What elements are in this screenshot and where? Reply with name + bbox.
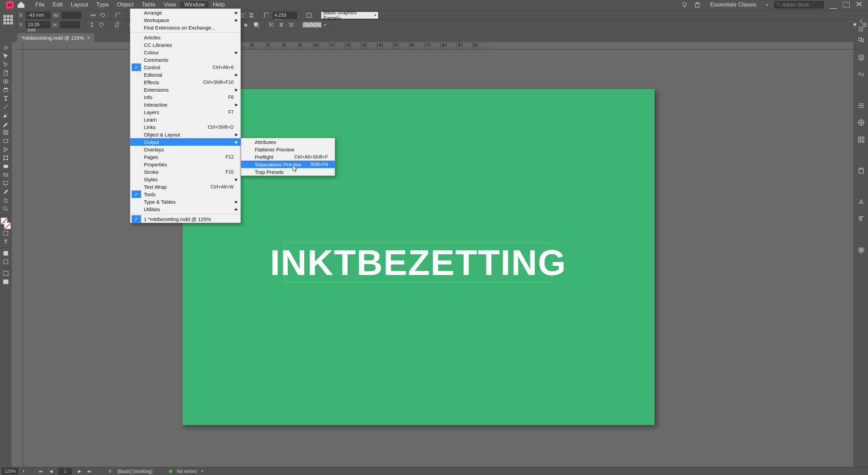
menu-help[interactable]: Help [209,1,229,8]
preflight-errors[interactable]: No errors [177,469,197,474]
layers-panel-icon[interactable] [857,53,866,62]
content-collector-tool[interactable] [1,86,11,94]
submenu-item-attributes[interactable]: Attributes [241,138,335,146]
gradient-feather-tool[interactable] [1,171,11,179]
corner-options-icon[interactable] [263,12,270,18]
window-close-icon[interactable] [856,1,863,8]
window-maximize-icon[interactable] [843,2,850,7]
menu-item-control[interactable]: ✓ControlCtrl+Alt+6 [130,63,240,71]
workspace-caret[interactable]: ▾ [766,3,768,7]
menu-item-links[interactable]: LinksCtrl+Shift+D [130,123,240,131]
object-style-dropdown[interactable]: [Basic Graphics Frame]+ ▾ [321,12,379,19]
ruler-origin[interactable] [17,42,23,50]
fill-stroke-swatches[interactable] [1,218,11,229]
menu-item-effects[interactable]: EffectsCtrl+Shift+F10 [130,78,240,86]
scissors-tool[interactable] [1,145,11,153]
apply-color-icon[interactable] [1,249,11,257]
line-tool[interactable] [1,103,11,111]
preflight-preset[interactable]: [Basic] (working) [117,469,152,474]
chevron-down-icon[interactable]: ▾ [201,469,203,473]
zoom-tool[interactable] [1,205,11,213]
h-field[interactable] [60,21,80,28]
menu-view[interactable]: View [159,1,180,8]
page-tool[interactable] [1,69,11,77]
submenu-item-separations-preview[interactable]: Separations PreviewShift+F6 [241,161,335,168]
apply-gradient-icon[interactable] [1,258,11,266]
drop-shadow-icon[interactable] [253,22,260,28]
last-page-icon[interactable]: ⏭ [87,469,92,474]
menu-item-interactive[interactable]: Interactive▶ [130,101,240,108]
menu-item-colour[interactable]: Colour▶ [130,49,240,56]
window-minimize-icon[interactable] [830,3,837,9]
submenu-item-preflight[interactable]: PreflightCtrl+Alt+Shift+F [241,153,335,161]
eyedropper-tool[interactable] [1,188,11,196]
para-styles-panel-icon[interactable] [857,215,866,223]
view-mode-preview-icon[interactable] [1,278,11,286]
menu-item-text-wrap[interactable]: Text WrapCtrl+Alt+W [130,183,240,190]
menu-window[interactable]: Window [180,1,209,8]
bulb-icon[interactable] [681,1,688,8]
menu-item-articles[interactable]: Articles [130,34,240,41]
menu-item-styles[interactable]: Styles▶ [130,176,240,183]
menu-item-arrange[interactable]: Arrange▶ [130,9,240,16]
free-transform-tool[interactable] [1,154,11,162]
collapse-dock-icon[interactable] [857,18,864,26]
gradient-swatch-tool[interactable] [1,162,11,170]
page-number-field[interactable]: 1 [58,468,72,474]
menu-item-stroke[interactable]: StrokeF10 [130,168,240,176]
format-container-icon[interactable] [1,229,11,237]
rectangle-tool[interactable] [1,137,11,145]
open-panel-icon[interactable]: ⎘ [107,469,113,474]
menu-object[interactable]: Object [113,1,138,8]
submenu-item-trap-presets[interactable]: Trap Presets [241,168,335,176]
view-mode-normal-icon[interactable] [1,269,11,277]
workspace-switcher[interactable]: Essentials Classic [707,1,760,8]
flip-v-icon[interactable] [89,22,95,28]
corner-radius-icon[interactable] [115,12,121,18]
text-frame[interactable]: INKTBEZETTING [284,242,552,282]
format-text-icon[interactable] [1,238,11,246]
zoom-field[interactable]: 125% [2,468,18,474]
text-wrap-icon-2[interactable] [248,12,255,18]
transparency-preview[interactable] [303,22,322,28]
menu-item-learn[interactable]: Learn [130,116,240,123]
vertical-ruler[interactable] [17,50,23,467]
stroke-panel-icon[interactable] [857,101,866,110]
chevron-down-icon[interactable]: ▾ [324,23,326,26]
cc-libraries-panel-icon[interactable] [857,166,866,175]
menu-edit[interactable]: Edit [49,1,66,8]
align-left-icon[interactable] [268,22,275,28]
menu-table[interactable]: Table [138,1,160,8]
submenu-item-flattener-preview[interactable]: Flattener Preview [241,146,335,153]
home-icon[interactable] [17,1,25,8]
stock-search[interactable]: Adobe Stock [774,1,824,8]
corner-size-field[interactable]: 4.233 mm [273,12,297,19]
type-tool[interactable] [1,94,11,103]
gap-tool[interactable] [1,77,11,86]
menu-item-utilities[interactable]: Utilities▶ [130,205,240,213]
pen-tool[interactable] [1,111,11,120]
align-center-icon[interactable] [278,22,285,28]
document-tab[interactable]: *Inktbezetting.indd @ 125% × [17,33,94,42]
fx-icon[interactable]: fx [244,22,250,28]
colour-panel-icon[interactable] [857,118,866,127]
menu-layout[interactable]: Layout [67,1,92,8]
menu-file[interactable]: File [31,1,49,8]
w-field[interactable] [62,12,81,19]
menu-item-properties[interactable]: Properties [130,161,240,168]
rotate-ccw-icon[interactable] [99,12,106,18]
menu-item-pages[interactable]: PagesF12 [130,153,240,161]
pencil-tool[interactable] [1,120,11,128]
char-styles-panel-icon[interactable] [857,198,866,206]
swatches-panel-icon[interactable] [857,135,866,144]
rotate-cw-icon[interactable] [98,22,105,28]
separations-panel-icon[interactable] [857,246,866,255]
direct-selection-tool[interactable] [1,60,11,69]
note-tool[interactable] [1,179,11,187]
x-field[interactable]: -43 mm [26,12,51,19]
shear-icon[interactable] [113,22,120,28]
pages-panel-icon[interactable] [857,36,866,45]
menu-type[interactable]: Type [92,1,113,8]
menu-item-extensions[interactable]: Extensions▶ [130,86,240,93]
menu-item-overlays[interactable]: Overlays [130,146,240,153]
